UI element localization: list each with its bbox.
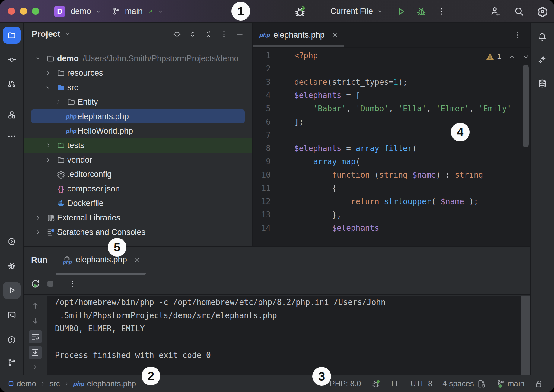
tree-chevron-right-icon[interactable] [35, 229, 46, 235]
tool-window-button-debug[interactable] [3, 258, 21, 274]
debug-button[interactable] [416, 0, 427, 23]
status-widget-encoding[interactable]: UTF-8 [410, 379, 433, 388]
breadcrumb-elephants-php[interactable]: phpelephants.php [73, 379, 136, 388]
editor-tab-elephants[interactable]: php elephants.php [253, 23, 344, 47]
tool-window-button-version-control[interactable] [3, 354, 21, 371]
breadcrumb-src[interactable]: src [49, 379, 60, 388]
vcs-branch-widget[interactable]: main [112, 0, 164, 23]
macos-minimize-button[interactable] [20, 8, 27, 15]
up-the-stack-trace-button[interactable] [29, 299, 42, 312]
breadcrumb-label: src [49, 379, 60, 388]
project-panel-title[interactable]: Project [32, 29, 60, 39]
tree-chevron-right-icon[interactable] [35, 215, 46, 221]
line-number: 1 [253, 49, 271, 62]
settings-button[interactable] [537, 0, 548, 23]
tool-window-button-problems[interactable] [3, 331, 21, 348]
more-actions-button[interactable] [437, 0, 446, 23]
close-icon[interactable] [332, 32, 338, 38]
status-widget-lock[interactable] [534, 379, 543, 388]
tool-window-button-services[interactable] [3, 233, 21, 250]
tree-chevron-right-icon[interactable] [45, 157, 56, 163]
debug-listener-button[interactable] [294, 0, 307, 23]
tree-item-resources[interactable]: resources [24, 66, 252, 80]
run-panel-header: Run php elephants.php [24, 247, 530, 273]
expand-console-toolbar-button[interactable] [29, 360, 42, 374]
callout-annotation-1: 1 [231, 2, 250, 21]
tool-window-button-structure[interactable] [3, 106, 21, 123]
prev-warning-chevron-up-icon[interactable] [508, 53, 516, 60]
tool-window-button-notifications[interactable] [533, 28, 551, 45]
tree-chevron-right-icon[interactable] [45, 142, 56, 148]
close-icon[interactable] [134, 257, 141, 263]
expand-all-button[interactable] [188, 30, 197, 38]
console-line-1: /opt/homebrew/bin/php -c /opt/homebrew/e… [55, 296, 386, 309]
editor-pane[interactable]: 1234567891011121314 <?php declare(strict… [253, 48, 530, 246]
hide-button[interactable] [235, 30, 244, 38]
code-line-10: function (string $name) : string [294, 168, 511, 182]
collapse-all-button[interactable] [204, 30, 212, 38]
editor-options-kebab-icon[interactable] [514, 31, 522, 39]
tree-chevron-right-icon[interactable] [56, 99, 66, 105]
tree-item-scratches-and-consoles[interactable]: Scratches and Consoles [24, 225, 252, 239]
tree-item--editorconfig[interactable]: .editorconfig [24, 167, 252, 182]
code-line-11: { [294, 182, 511, 195]
status-widget-line-separator[interactable]: LF [391, 379, 400, 388]
status-widget-php-version[interactable]: PHP: 8.0 [330, 379, 361, 388]
soft-wrap-button[interactable] [29, 330, 42, 343]
status-widget-debug-listener[interactable] [371, 379, 381, 389]
breadcrumb-demo[interactable]: demo [8, 379, 36, 388]
editor-tab-underline [253, 45, 344, 47]
status-widget-git-branch[interactable]: main [496, 379, 524, 388]
next-warning-chevron-down-icon[interactable] [522, 53, 530, 60]
tree-item-demo[interactable]: demo/Users/John.Smith/PhpstormProjects/d… [24, 51, 252, 66]
inspection-widget[interactable]: 1 [486, 52, 530, 61]
tree-chevron-right-icon[interactable] [45, 70, 56, 76]
tool-window-button-run[interactable] [3, 282, 21, 299]
tree-item-vendor[interactable]: vendor [24, 153, 252, 167]
tool-window-button-more-tool-windows[interactable] [3, 128, 21, 145]
search-everywhere-button[interactable] [514, 0, 524, 23]
editor-scrollbar[interactable] [523, 65, 529, 147]
run-configuration-selector[interactable]: Current File [330, 0, 383, 23]
run-console[interactable]: /opt/homebrew/bin/php -c /opt/homebrew/e… [47, 296, 530, 375]
code-line-5: 'Babar', 'Dumbo', 'Ella', 'Elmer', 'Emil… [294, 102, 511, 115]
tool-window-button-pull-requests[interactable] [3, 75, 21, 92]
tool-window-button-commit[interactable] [3, 51, 21, 68]
tool-window-button-database[interactable] [533, 75, 551, 92]
macos-close-button[interactable] [8, 8, 15, 15]
rerun-button[interactable] [28, 277, 42, 291]
tool-window-button-terminal[interactable] [3, 307, 21, 324]
folder-blue-icon [56, 83, 66, 92]
tool-window-button-ai-assistant[interactable] [533, 51, 551, 68]
tree-item-dockerfile[interactable]: Dockerfile [24, 196, 252, 210]
scroll-to-end-button[interactable] [29, 346, 42, 359]
callout-annotation-2: 2 [142, 367, 160, 385]
stop-button[interactable] [43, 277, 57, 291]
status-widget-indent[interactable]: 4 spaces [443, 379, 486, 389]
run-button[interactable] [396, 0, 406, 23]
macos-zoom-button[interactable] [32, 8, 39, 15]
tree-item-composer-json[interactable]: {}composer.json [24, 182, 252, 196]
callout-annotation-5: 5 [108, 238, 126, 257]
tree-item-external-libraries[interactable]: External Libraries [24, 210, 252, 225]
code-with-me-button[interactable] [490, 0, 501, 23]
run-tab-elephants[interactable]: php elephants.php [56, 247, 141, 273]
tree-item-src[interactable]: src [24, 80, 252, 95]
tree-item-elephants-php[interactable]: phpelephants.php [24, 109, 252, 124]
tree-item-tests[interactable]: tests [24, 138, 252, 153]
php-icon: php [66, 113, 76, 120]
select-opened-file-button[interactable] [173, 30, 181, 38]
left-tool-window-stripe [0, 23, 24, 375]
down-the-stack-trace-button[interactable] [29, 314, 42, 327]
tool-window-button-project[interactable] [3, 27, 21, 44]
minus-icon [236, 30, 244, 38]
tree-item-entity[interactable]: Entity [24, 95, 252, 109]
tree-chevron-down-icon[interactable] [35, 55, 46, 62]
tree-item-helloworld-php[interactable]: phpHelloWorld.php [24, 124, 252, 138]
console-scrollbar[interactable] [521, 296, 530, 375]
tree-chevron-down-icon[interactable] [45, 84, 56, 90]
project-panel-header: Project [24, 23, 252, 45]
project-switcher[interactable]: D demo [54, 0, 101, 23]
run-more-options-button[interactable] [65, 277, 79, 291]
options-button[interactable] [220, 30, 228, 38]
